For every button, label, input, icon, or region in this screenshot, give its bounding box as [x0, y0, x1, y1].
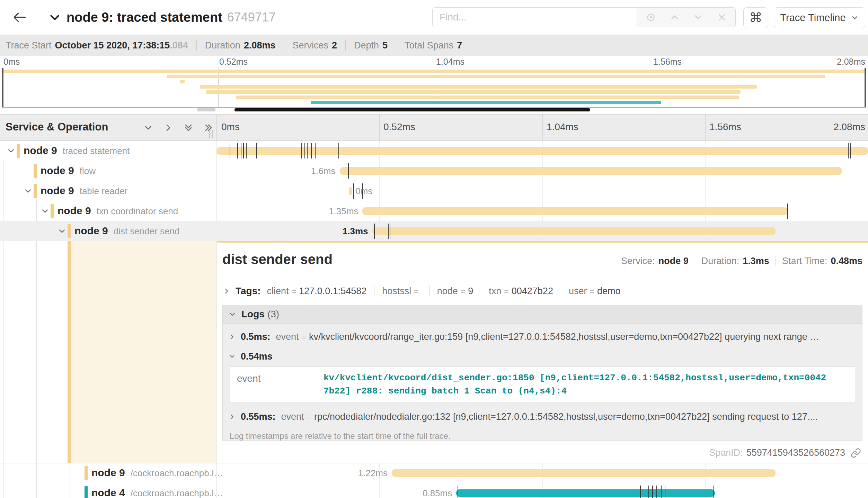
service-name: node 9: [24, 145, 57, 156]
minimap-span-bar: [180, 80, 184, 83]
command-icon: ⌘: [749, 10, 762, 25]
service-name: node 9: [41, 185, 74, 196]
span-name-cell[interactable]: node 9/cockroach.roachpb.I…: [0, 463, 216, 483]
span-bar[interactable]: [349, 187, 352, 195]
log-marker: [241, 143, 241, 159]
chevron-down-icon[interactable]: [23, 186, 33, 196]
service-operation-title: Service & Operation: [6, 121, 108, 133]
span-bar[interactable]: [392, 469, 776, 477]
span-detail-title: dist sender send: [222, 252, 333, 267]
find-clear-icon[interactable]: [717, 12, 727, 22]
minimap-span-bar: [311, 101, 661, 104]
log-event-card: event kv/kvclient/kvcoord/dist_sender.go…: [230, 366, 855, 403]
log-marker: [458, 486, 458, 498]
tags-row[interactable]: Tags: client=127.0.0.1:54582 hostssl= no…: [222, 283, 620, 299]
span-bar[interactable]: [362, 207, 788, 215]
log-marker: [338, 143, 339, 159]
logs-title: Logs: [241, 309, 265, 320]
span-row[interactable]: node 9flow 1.6ms: [0, 161, 868, 181]
log-marker: [656, 486, 657, 498]
span-name-cell[interactable]: node 9txn coordinator send: [0, 201, 216, 221]
span-bar[interactable]: [372, 227, 776, 235]
divider: [776, 256, 776, 266]
collapse-one-icon[interactable]: [143, 122, 154, 133]
span-name-cell[interactable]: node 9dist sender send: [0, 221, 216, 241]
collapse-chevron-icon[interactable]: [48, 11, 61, 24]
collapse-all-icon[interactable]: [183, 122, 194, 133]
tags-label: Tags:: [236, 286, 261, 297]
minimap-span-bar: [200, 85, 757, 89]
log-marker: [648, 486, 649, 498]
span-row[interactable]: node 9table reader 0ms: [0, 181, 868, 201]
span-bar[interactable]: [340, 167, 842, 175]
minimap-tick: 0.52ms: [219, 57, 248, 67]
selected-span-left-fill: [71, 241, 216, 463]
span-detail-panel: dist sender send Service:node 9 Duration…: [217, 241, 868, 463]
span-id-value: 5597415943526560273: [746, 447, 845, 458]
chevron-down-icon: [228, 353, 236, 360]
scrollbar-thumb[interactable]: [234, 108, 590, 111]
log-marker: [237, 143, 238, 159]
grid-tick: 0ms: [221, 121, 240, 133]
minimap-canvas[interactable]: [2, 68, 866, 108]
service-color-swatch: [85, 486, 88, 498]
log-entry[interactable]: 0.5ms: event=kv/kvclient/kvcoord/range_i…: [228, 326, 857, 347]
chevron-down-icon[interactable]: [40, 206, 50, 216]
duration-value: 2.08ms: [244, 40, 276, 51]
span-name-cell[interactable]: node 9flow: [0, 161, 216, 181]
find-next-icon[interactable]: [693, 12, 704, 23]
divider: [222, 278, 862, 278]
keyboard-shortcuts-button[interactable]: ⌘: [743, 7, 768, 28]
timeline-minimap[interactable]: 0ms 0.52ms 1.04ms 1.56ms 2.08ms: [0, 56, 868, 114]
log-marker: [315, 143, 316, 159]
minimap-left-scrubber[interactable]: [2, 68, 3, 107]
log-entry-expanded-header[interactable]: 0.54ms: [228, 347, 857, 366]
divider: [396, 40, 396, 51]
log-marker: [390, 224, 390, 239]
back-button[interactable]: [0, 0, 39, 35]
log-timestamp: 0.5ms:: [241, 332, 271, 342]
log-marker: [661, 486, 662, 498]
chevron-down-icon[interactable]: [57, 226, 67, 236]
logs-header[interactable]: Logs (3): [223, 305, 862, 324]
locate-icon[interactable]: [645, 12, 656, 23]
operation-name: dist sender send: [114, 226, 180, 236]
span-row-selected[interactable]: node 9dist sender send 1.3ms: [0, 221, 868, 241]
expand-one-icon[interactable]: [163, 122, 174, 133]
find-prev-icon[interactable]: [669, 12, 680, 23]
divider: [695, 256, 695, 266]
minimap-span-bar: [2, 70, 866, 73]
chevron-down-icon[interactable]: [6, 146, 16, 156]
view-selector-button[interactable]: Trace Timeline: [774, 7, 865, 28]
log-entry[interactable]: 0.55ms: event=rpc/nodedialer/nodedialer.…: [228, 406, 857, 427]
span-row[interactable]: node 4/cockroach.roachpb.I… 0.85ms: [0, 483, 868, 498]
tag-item: hostssl=: [382, 286, 421, 297]
span-row[interactable]: node 9traced statement: [0, 141, 868, 161]
span-name-cell[interactable]: node 9traced statement: [0, 141, 216, 161]
grid-header-line: [542, 115, 543, 140]
start-time-value: 0.48ms: [831, 256, 862, 266]
span-bar[interactable]: [216, 147, 868, 155]
span-row[interactable]: node 9txn coordinator send 1.35ms: [0, 201, 868, 221]
operation-name: /cockroach.roachpb.I…: [131, 468, 223, 478]
tag-item: client=127.0.0.1:54582: [267, 286, 367, 297]
divider: [345, 40, 346, 51]
span-bar[interactable]: [456, 489, 715, 497]
find-input[interactable]: [432, 7, 637, 27]
divider: [196, 40, 197, 51]
span-row[interactable]: node 9/cockroach.roachpb.I… 1.22ms: [0, 463, 868, 483]
log-marker: [307, 143, 308, 159]
trace-title-group: node 9: traced statement 6749717: [48, 0, 276, 35]
duration-value: 1.3ms: [743, 256, 769, 266]
service-color-swatch: [34, 184, 37, 198]
column-resize-handle[interactable]: [209, 130, 213, 138]
minimap-right-scrubber[interactable]: [865, 68, 866, 107]
arrow-left-icon: [12, 11, 26, 23]
span-name-cell[interactable]: node 4/cockroach.roachpb.I…: [0, 483, 216, 498]
duration-label: Duration:: [701, 256, 739, 266]
duration-label: Duration: [205, 40, 240, 51]
chevron-down-icon: [228, 310, 237, 318]
log-marker: [304, 143, 305, 159]
span-name-cell[interactable]: node 9table reader: [0, 181, 216, 201]
link-icon[interactable]: [851, 448, 861, 458]
